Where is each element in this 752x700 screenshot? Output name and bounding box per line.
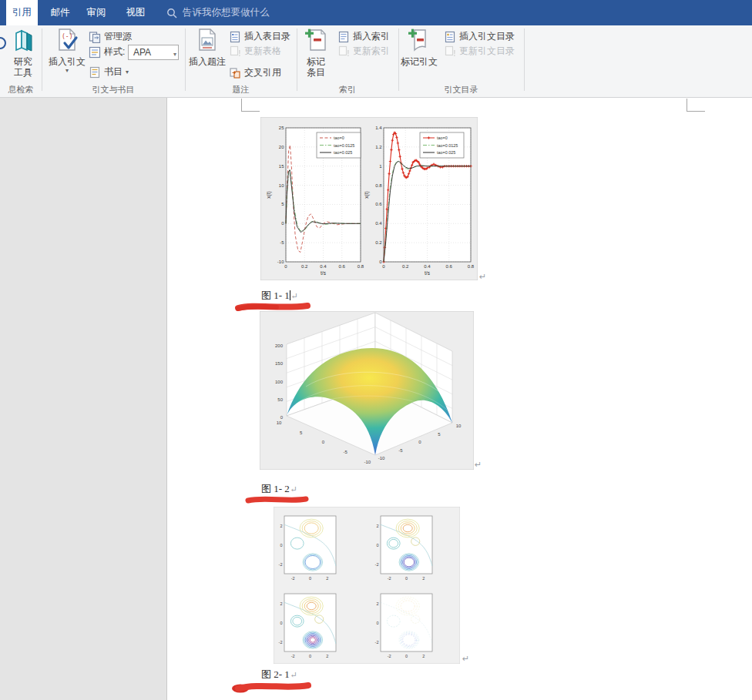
group-label-table-of-authorities: 引文目录 [398, 84, 524, 95]
svg-text:0: 0 [376, 621, 378, 625]
bibliography-button[interactable]: 书目 ▾ [89, 65, 129, 79]
tab-review[interactable]: 审阅 [80, 0, 112, 25]
svg-text:-2: -2 [375, 562, 379, 567]
contour-chart[interactable]: -20220-2-20220-2-20220-2-20220-2 [274, 507, 460, 664]
update-table-icon: ! [229, 45, 241, 58]
svg-text:!: ! [238, 49, 241, 58]
style-value: APA [133, 47, 151, 58]
update-index-button: ! 更新索引 [337, 45, 390, 58]
svg-text:2: 2 [326, 654, 328, 658]
tell-me-search[interactable]: 告诉我你想要做什么 [166, 0, 270, 25]
cross-reference-button[interactable]: 交叉引用 [229, 66, 281, 79]
svg-text:2: 2 [376, 524, 378, 528]
researcher-label-line2: 工具 [6, 67, 40, 78]
style-label: 样式: [104, 45, 125, 59]
word-window: 引用 邮件 审阅 视图 告诉我你想要做什么 研究 工具 息检索 [0, 0, 752, 700]
tab-view[interactable]: 视图 [119, 0, 153, 25]
insert-table-of-authorities-button[interactable]: 插入引文目录 [444, 30, 515, 43]
mark-citation-label: 标记引文 [401, 56, 438, 67]
text-boundary-mark-right [687, 99, 705, 112]
svg-text:tao=0.025: tao=0.025 [334, 150, 352, 155]
group-divider [42, 28, 42, 91]
insert-index-button[interactable]: 插入索引 [337, 30, 390, 43]
manage-sources-icon [89, 31, 101, 43]
svg-text:150: 150 [275, 361, 284, 366]
svg-text:t/s: t/s [321, 270, 327, 276]
bibliography-caret[interactable]: ▾ [126, 69, 129, 75]
svg-text:0.6: 0.6 [446, 264, 453, 269]
update-index-icon: ! [337, 45, 350, 58]
group-divider [398, 28, 399, 91]
text-cursor [290, 290, 290, 300]
svg-text:0: 0 [376, 543, 378, 548]
cross-reference-label: 交叉引用 [244, 66, 281, 79]
svg-text:-10: -10 [364, 460, 371, 464]
insert-caption-label: 插入题注 [187, 56, 227, 67]
style-select-caret[interactable]: ▾ [173, 48, 176, 62]
svg-text:-2: -2 [291, 576, 295, 581]
paragraph-mark: ↵ [290, 484, 297, 494]
svg-text:tao=0.0125: tao=0.0125 [437, 143, 458, 148]
paragraph-mark: ↵ [475, 460, 482, 470]
svg-text:10: 10 [277, 420, 282, 425]
svg-text:x(t): x(t) [266, 191, 272, 198]
svg-text:0.2: 0.2 [301, 264, 308, 269]
researcher-label-line1: 研究 [6, 56, 40, 67]
svg-text:0: 0 [309, 654, 311, 658]
svg-text:(-): (-) [62, 33, 72, 40]
researcher-button[interactable]: 研究 工具 [6, 28, 40, 78]
manage-sources-button[interactable]: 管理源 [89, 30, 132, 43]
svg-text:!: ! [347, 49, 350, 58]
svg-text:0.2: 0.2 [402, 264, 409, 269]
red-marker-underline-2 [244, 494, 311, 507]
cut-off-button-icon [0, 37, 6, 49]
insert-citation-dropdown-caret[interactable]: ▾ [48, 67, 86, 74]
svg-text:tao=0.0125: tao=0.0125 [334, 143, 354, 148]
svg-text:50: 50 [277, 397, 283, 402]
svg-text:x(t): x(t) [364, 191, 370, 198]
svg-text:0.6: 0.6 [375, 202, 382, 206]
insert-citation-button[interactable]: (-) 插入引文 ▾ [48, 28, 86, 74]
insert-table-of-figures-icon [229, 31, 241, 43]
svg-text:10: 10 [279, 183, 284, 188]
svg-text:0: 0 [405, 654, 408, 658]
svg-text:0.8: 0.8 [375, 183, 382, 188]
bibliography-icon [89, 66, 101, 79]
step-response-chart[interactable]: 00.20.40.60.8-10-50510152025t/sx(t)tao=0… [260, 117, 478, 280]
svg-text:0.8: 0.8 [468, 264, 475, 269]
insert-table-of-figures-label: 插入表目录 [244, 30, 290, 43]
tab-references[interactable]: 引用 [6, 0, 38, 25]
svg-text:15: 15 [279, 164, 284, 169]
paragraph-mark: ↵ [291, 291, 298, 300]
figure-contours[interactable]: -20220-2-20220-2-20220-2-20220-2 [274, 507, 460, 664]
svg-text:0.6: 0.6 [339, 264, 346, 269]
caption-text: 图 1- 2 [261, 483, 290, 494]
mark-entry-button[interactable]: 标记 条目 [301, 28, 331, 78]
svg-text:-2: -2 [279, 562, 283, 567]
figure-3d-surface[interactable]: 2001501005001050-5-10-10-50510 [260, 311, 474, 470]
svg-text:2: 2 [280, 601, 282, 606]
style-select[interactable]: APA ▾ [128, 45, 179, 60]
group-divider [524, 28, 525, 91]
svg-text:0.4: 0.4 [320, 264, 327, 269]
figure-step-responses[interactable]: 00.20.40.60.8-10-50510152025t/sx(t)tao=0… [260, 117, 478, 280]
svg-text:!: ! [453, 49, 456, 58]
ribbon: 研究 工具 息检索 (-) 插入引文 ▾ 管理源 [0, 25, 752, 98]
ribbon-tab-bar: 引用 邮件 审阅 视图 告诉我你想要做什么 [0, 0, 752, 25]
insert-citation-label: 插入引文 [48, 56, 86, 67]
document-area: 00.20.40.60.8-10-50510152025t/sx(t)tao=0… [0, 98, 752, 700]
surface-chart[interactable]: 2001501005001050-5-10-10-50510 [260, 311, 474, 470]
insert-index-label: 插入索引 [353, 30, 390, 43]
insert-table-of-authorities-icon [444, 31, 456, 43]
insert-table-of-figures-button[interactable]: 插入表目录 [229, 30, 290, 43]
insert-caption-button[interactable]: 插入题注 [187, 28, 227, 67]
svg-text:0.4: 0.4 [424, 264, 431, 269]
svg-text:tao=0: tao=0 [334, 136, 344, 140]
tab-mailings[interactable]: 邮件 [44, 0, 76, 25]
document-background [0, 98, 167, 700]
svg-text:0: 0 [280, 543, 282, 548]
svg-text:-2: -2 [279, 640, 283, 645]
mark-citation-button[interactable]: 标记引文 [401, 28, 438, 67]
caption-text: 图 1- 1 [261, 290, 290, 301]
svg-text:1.2: 1.2 [375, 145, 382, 149]
